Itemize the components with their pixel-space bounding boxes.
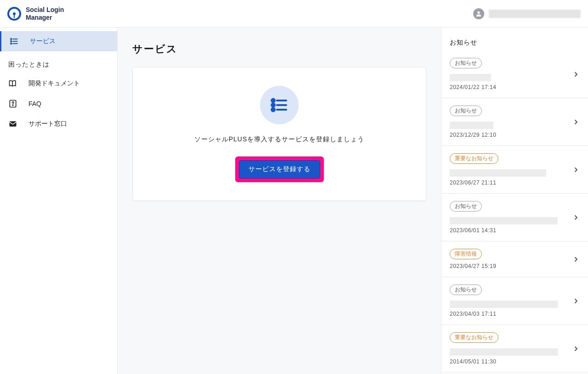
notification-body: お知らせ2023/06/01 14:31 xyxy=(450,201,569,234)
notification-item[interactable]: 障害情報2023/04/27 15:19 xyxy=(441,241,588,277)
logo-icon xyxy=(7,7,21,21)
user-name-redacted xyxy=(489,10,581,18)
notifications-panel: お知らせ お知らせ2024/01/22 17:14お知らせ2023/12/29 … xyxy=(441,28,588,374)
sidebar: サービス 困ったときは 開発ドキュメント FAQ サポート窓口 xyxy=(0,28,118,374)
notification-body: 重要なお知らせ2023/06/27 21:11 xyxy=(450,153,569,186)
product-name-line2: Manager xyxy=(26,14,64,21)
notification-date: 2024/01/22 17:14 xyxy=(450,84,569,90)
sidebar-item-label: サポート窓口 xyxy=(28,120,67,128)
badge-important: 重要なお知らせ xyxy=(450,332,498,343)
badge-important: 重要なお知らせ xyxy=(450,153,498,164)
notification-body: お知らせ2023/04/03 17:11 xyxy=(450,285,569,317)
sidebar-item-label: サービス xyxy=(30,37,56,45)
notification-title-redacted xyxy=(450,169,546,177)
chevron-right-icon xyxy=(572,166,580,173)
notification-item[interactable]: お知らせ2023/06/01 14:31 xyxy=(441,194,588,241)
notification-item[interactable]: お知らせ2023/04/03 17:11 xyxy=(441,277,588,325)
svg-point-5 xyxy=(11,43,12,45)
svg-point-3 xyxy=(11,41,12,42)
register-button-highlight: サービスを登録する xyxy=(235,156,324,182)
notification-date: 2023/04/27 15:19 xyxy=(450,263,569,269)
chevron-right-icon xyxy=(572,71,580,78)
sidebar-item-support[interactable]: サポート窓口 xyxy=(0,114,117,134)
product-name-line1: Social Login xyxy=(26,6,64,13)
services-list-icon xyxy=(260,86,299,124)
app-header: Social Login Manager xyxy=(0,0,588,28)
notification-body: お知らせ2023/12/29 12:10 xyxy=(450,106,569,138)
badge-notice: お知らせ xyxy=(450,285,482,295)
product-logo[interactable]: Social Login Manager xyxy=(7,6,64,21)
svg-point-1 xyxy=(11,39,12,40)
page-title: サービス xyxy=(132,42,426,56)
svg-point-15 xyxy=(271,108,275,112)
notification-date: 2014/05/01 11:30 xyxy=(450,358,569,365)
notifications-panel-title: お知らせ xyxy=(441,28,588,50)
badge-notice: お知らせ xyxy=(450,201,482,212)
mail-icon xyxy=(8,119,17,128)
notification-title-redacted xyxy=(450,348,558,356)
help-book-icon xyxy=(8,99,17,108)
notifications-list: お知らせ2024/01/22 17:14お知らせ2023/12/29 12:10… xyxy=(441,50,588,373)
badge-important: 障害情報 xyxy=(450,249,482,259)
notification-title-redacted xyxy=(450,301,558,308)
register-service-button[interactable]: サービスを登録する xyxy=(239,160,320,179)
chevron-right-icon xyxy=(572,214,580,221)
chevron-right-icon xyxy=(572,118,580,126)
sidebar-item-faq[interactable]: FAQ xyxy=(0,94,117,114)
avatar-icon xyxy=(473,8,484,19)
svg-point-13 xyxy=(271,104,275,107)
book-icon xyxy=(8,79,17,88)
chevron-right-icon xyxy=(572,345,580,352)
notification-date: 2023/12/29 12:10 xyxy=(450,132,569,138)
notification-item[interactable]: 重要なお知らせ2014/05/01 11:30 xyxy=(441,325,588,373)
notification-body: 重要なお知らせ2014/05/01 11:30 xyxy=(450,332,569,365)
notification-date: 2023/04/03 17:11 xyxy=(450,311,569,317)
notification-body: 障害情報2023/04/27 15:19 xyxy=(450,249,569,269)
notification-title-redacted xyxy=(450,122,493,129)
notification-body: お知らせ2024/01/22 17:14 xyxy=(450,58,569,90)
sidebar-item-label: 開発ドキュメント xyxy=(28,79,80,88)
badge-notice: お知らせ xyxy=(450,58,482,68)
header-user-area[interactable] xyxy=(473,8,581,19)
empty-state-card: ソーシャルPLUSを導入するサービスを登録しましょう サービスを登録する xyxy=(132,67,426,201)
sidebar-section-help-title: 困ったときは xyxy=(0,51,117,73)
notification-title-redacted xyxy=(450,74,491,81)
product-name: Social Login Manager xyxy=(26,6,64,21)
notification-date: 2023/06/27 21:11 xyxy=(450,179,569,186)
notification-date: 2023/06/01 14:31 xyxy=(450,227,569,234)
badge-notice: お知らせ xyxy=(450,106,482,116)
chevron-right-icon xyxy=(572,297,580,305)
list-icon xyxy=(10,37,19,46)
notification-item[interactable]: 重要なお知らせ2023/06/27 21:11 xyxy=(441,146,588,194)
sidebar-item-label: FAQ xyxy=(28,100,41,107)
empty-state-message: ソーシャルPLUSを導入するサービスを登録しましょう xyxy=(144,135,415,144)
svg-point-0 xyxy=(477,11,480,13)
notification-item[interactable]: お知らせ2024/01/22 17:14 xyxy=(441,50,588,98)
svg-point-9 xyxy=(12,105,13,106)
notification-item[interactable]: お知らせ2023/12/29 12:10 xyxy=(441,98,588,146)
main-content: サービス ソーシャルPLUSを導入するサービスを登録しましょう サービスを登録す… xyxy=(118,28,441,374)
sidebar-item-services[interactable]: サービス xyxy=(0,31,117,51)
chevron-right-icon xyxy=(572,256,580,263)
sidebar-item-docs[interactable]: 開発ドキュメント xyxy=(0,73,117,94)
svg-point-11 xyxy=(271,99,275,102)
notification-title-redacted xyxy=(450,217,558,224)
